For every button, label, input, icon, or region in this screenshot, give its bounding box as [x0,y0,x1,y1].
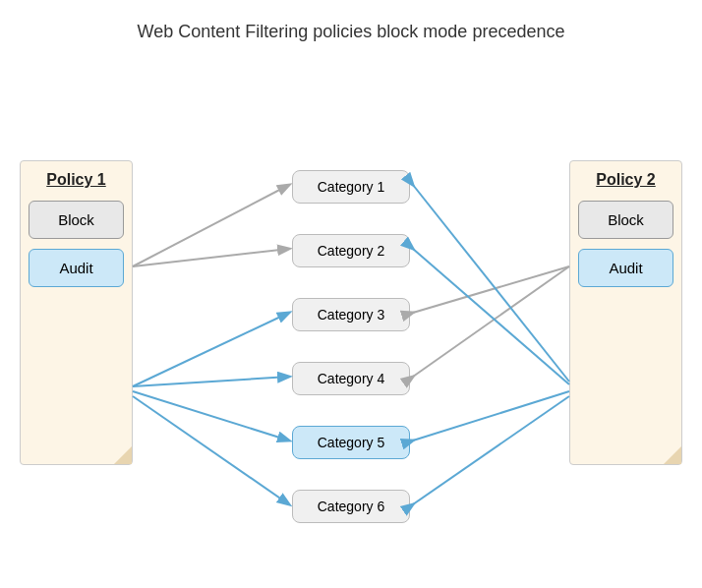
category-4-box: Category 4 [292,362,410,395]
diagram-area: Policy 1 Block Audit Policy 2 Block Audi… [0,52,702,573]
svg-line-11 [413,249,569,384]
svg-line-9 [413,396,569,504]
svg-line-10 [413,185,569,382]
svg-line-2 [413,266,569,313]
policy1-audit-box: Audit [29,249,124,287]
svg-line-3 [413,266,569,377]
category-3-box: Category 3 [292,298,410,331]
svg-line-4 [133,313,289,386]
category-6-box: Category 6 [292,490,410,523]
policy2-audit-box: Audit [578,249,673,287]
svg-line-5 [133,377,289,386]
svg-line-6 [133,391,289,441]
svg-line-1 [133,249,289,266]
policy1-panel: Policy 1 Block Audit [20,160,133,465]
policy1-block-box: Block [29,201,124,239]
svg-line-0 [133,185,289,266]
page-title: Web Content Filtering policies block mod… [0,0,702,52]
svg-line-7 [133,396,289,504]
category-5-box: Category 5 [292,426,410,459]
svg-line-8 [413,391,569,441]
category-2-box: Category 2 [292,234,410,267]
policy1-title: Policy 1 [29,171,124,189]
policy2-block-box: Block [578,201,673,239]
policy2-panel: Policy 2 Block Audit [569,160,682,465]
policy2-title: Policy 2 [578,171,673,189]
category-1-box: Category 1 [292,170,410,204]
